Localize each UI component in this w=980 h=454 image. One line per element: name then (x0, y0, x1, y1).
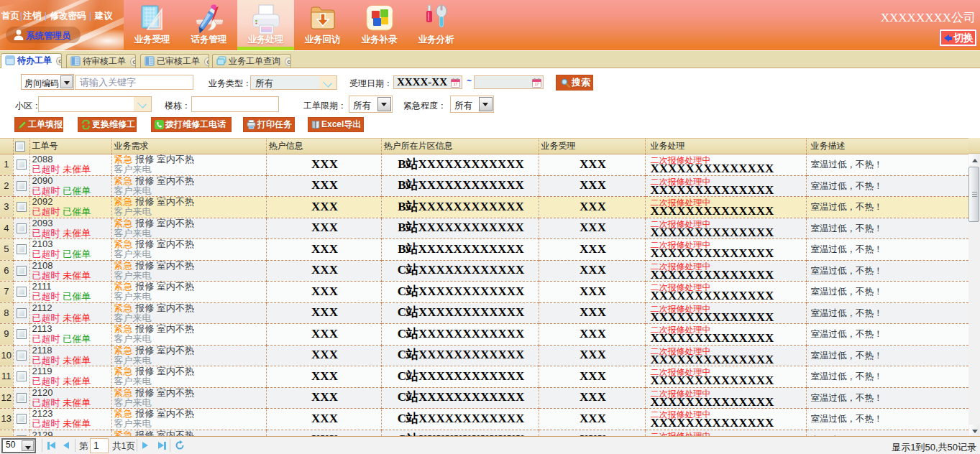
svg-text:17: 17 (454, 82, 458, 86)
svg-text:17: 17 (535, 82, 539, 86)
